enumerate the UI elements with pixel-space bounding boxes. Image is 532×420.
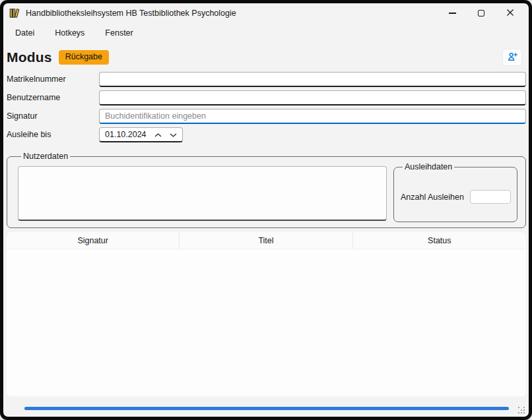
close-icon — [506, 9, 514, 18]
form-row-benutzername: Benutzername — [7, 88, 526, 107]
form-row-signatur: Signatur — [7, 107, 526, 125]
spin-down-button[interactable] — [162, 129, 177, 139]
minimize-button[interactable] — [438, 4, 467, 22]
benutzername-label: Benutzername — [7, 93, 99, 102]
column-header-status[interactable]: Status — [353, 232, 526, 249]
benutzername-input[interactable] — [99, 90, 526, 105]
form-row-ausleihe-bis: Ausleihe bis 01.10.2024 — [7, 125, 526, 144]
add-user-button[interactable] — [502, 49, 522, 66]
minimize-icon — [449, 13, 456, 14]
menu-item-datei[interactable]: Datei — [15, 28, 34, 38]
signatur-input[interactable] — [99, 109, 526, 124]
mode-row: Modus Rückgabe — [7, 49, 526, 66]
table-header: Signatur Titel Status — [7, 232, 526, 249]
anzahl-ausleihen-input[interactable] — [470, 190, 511, 204]
books-app-icon — [9, 7, 20, 19]
ausleihe-bis-label: Ausleihe bis — [7, 130, 99, 139]
column-header-signatur[interactable]: Signatur — [7, 232, 180, 249]
chevron-up-icon — [154, 129, 162, 139]
window-title: Handbibliotheksleihsystem HB Testbibliot… — [26, 9, 236, 18]
signatur-label: Signatur — [7, 111, 99, 121]
maximize-icon — [478, 10, 484, 16]
ausleihdaten-legend: Ausleihdaten — [403, 162, 454, 171]
menubar: Datei Hotkeys Fenster — [3, 23, 529, 43]
menu-item-fenster[interactable]: Fenster — [105, 28, 133, 38]
ausleihdaten-groupbox: Ausleihdaten Anzahl Ausleihen — [393, 162, 517, 222]
app-window: Handbibliotheksleihsystem HB Testbibliot… — [3, 3, 529, 417]
titlebar: Handbibliotheksleihsystem HB Testbibliot… — [3, 3, 529, 23]
spin-up-button[interactable] — [147, 129, 162, 139]
window-frame: Handbibliotheksleihsystem HB Testbibliot… — [0, 0, 532, 420]
anzahl-row: Anzahl Ausleihen — [399, 190, 512, 204]
user-details-textarea[interactable] — [18, 166, 387, 221]
horizontal-scrollbar[interactable] — [24, 407, 509, 410]
form-row-matrikelnummer: Matrikelnummer — [7, 70, 526, 88]
table-body — [7, 249, 526, 396]
menu-item-hotkeys[interactable]: Hotkeys — [55, 28, 84, 38]
nutzerdaten-legend: Nutzerdaten — [21, 152, 70, 161]
lending-form: Matrikelnummer Benutzername Signatur Aus… — [7, 70, 526, 144]
matrikelnummer-input[interactable] — [99, 72, 526, 87]
resize-grip[interactable] — [518, 407, 519, 408]
content-area: Modus Rückgabe Matrikelnummer — [3, 43, 529, 417]
page-title: Modus — [7, 49, 52, 65]
close-button[interactable] — [496, 4, 525, 22]
chevron-down-icon — [170, 129, 177, 139]
nutzerdaten-groupbox: Nutzerdaten Ausleihdaten Anzahl Ausleihe… — [7, 152, 526, 228]
matrikelnummer-label: Matrikelnummer — [7, 75, 99, 84]
add-user-icon — [507, 51, 518, 64]
books-table: Signatur Titel Status — [7, 232, 526, 396]
mode-badge[interactable]: Rückgabe — [59, 50, 109, 65]
due-date-value: 01.10.2024 — [105, 130, 147, 139]
anzahl-ausleihen-label: Anzahl Ausleihen — [401, 193, 464, 202]
column-header-titel[interactable]: Titel — [180, 232, 352, 249]
maximize-button[interactable] — [467, 4, 496, 22]
due-date-spinner[interactable]: 01.10.2024 — [99, 127, 183, 142]
